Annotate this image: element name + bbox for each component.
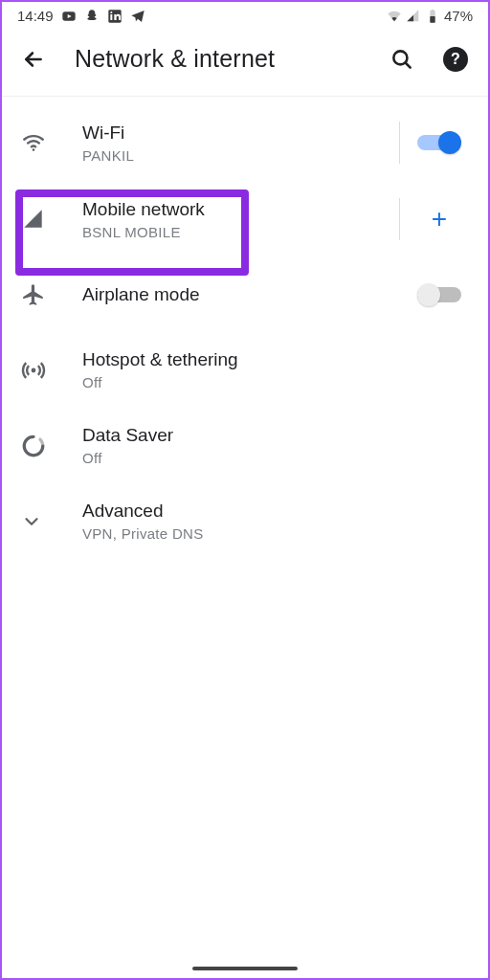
add-sim-button[interactable]: + <box>432 206 447 233</box>
page-title: Network & internet <box>75 45 362 73</box>
svg-rect-5 <box>432 9 434 10</box>
nav-indicator <box>192 967 298 970</box>
advanced-label: Advanced <box>82 501 406 522</box>
divider <box>399 198 400 240</box>
wifi-row[interactable]: Wi-Fi PANKIL <box>2 104 488 181</box>
wifi-label: Wi-Fi <box>82 122 399 144</box>
svg-point-9 <box>32 368 36 372</box>
airplane-icon <box>21 282 63 307</box>
status-time: 14:49 <box>17 8 54 24</box>
mobile-network-sublabel: BSNL MOBILE <box>82 224 399 240</box>
hotspot-row[interactable]: Hotspot & tethering Off <box>2 332 488 408</box>
search-button[interactable] <box>389 46 415 73</box>
svg-point-8 <box>33 148 35 151</box>
advanced-row[interactable]: Advanced VPN, Private DNS <box>2 483 488 559</box>
data-saver-label: Data Saver <box>82 425 406 446</box>
svg-point-3 <box>110 11 112 12</box>
data-saver-icon <box>21 434 63 458</box>
wifi-sublabel: PANKIL <box>82 147 399 164</box>
svg-rect-6 <box>430 16 434 23</box>
divider <box>399 122 400 164</box>
wifi-toggle[interactable] <box>417 131 461 154</box>
hotspot-label: Hotspot & tethering <box>82 349 406 370</box>
data-saver-row[interactable]: Data Saver Off <box>2 408 488 483</box>
airplane-mode-row[interactable]: Airplane mode <box>2 257 488 332</box>
youtube-icon <box>61 9 77 24</box>
help-icon: ? <box>443 47 468 72</box>
help-button[interactable]: ? <box>442 46 469 73</box>
status-left: 14:49 <box>17 8 145 24</box>
mobile-network-icon <box>21 207 63 232</box>
wifi-signal-icon <box>387 9 402 24</box>
battery-icon <box>425 9 440 24</box>
data-saver-sublabel: Off <box>82 450 406 466</box>
telegram-icon <box>130 9 145 24</box>
cell-signal-icon <box>406 9 421 24</box>
back-button[interactable] <box>21 46 48 73</box>
settings-list: Wi-Fi PANKIL Mobile network BSNL MOBILE … <box>2 97 488 559</box>
airplane-mode-label: Airplane mode <box>82 284 406 305</box>
status-right: 47% <box>387 8 473 24</box>
mobile-network-label: Mobile network <box>82 199 399 220</box>
hotspot-icon <box>21 358 63 383</box>
status-battery-pct: 47% <box>444 8 473 24</box>
airplane-mode-toggle[interactable] <box>417 283 461 306</box>
svg-rect-2 <box>110 14 112 20</box>
mobile-network-row[interactable]: Mobile network BSNL MOBILE + <box>2 181 488 257</box>
advanced-sublabel: VPN, Private DNS <box>82 525 406 542</box>
linkedin-icon <box>107 9 122 24</box>
app-bar: Network & internet ? <box>2 26 488 97</box>
hotspot-sublabel: Off <box>82 374 406 390</box>
status-bar: 14:49 47% <box>2 2 488 26</box>
chevron-down-icon <box>21 511 63 532</box>
snapchat-icon <box>84 9 100 24</box>
wifi-icon <box>21 130 63 155</box>
